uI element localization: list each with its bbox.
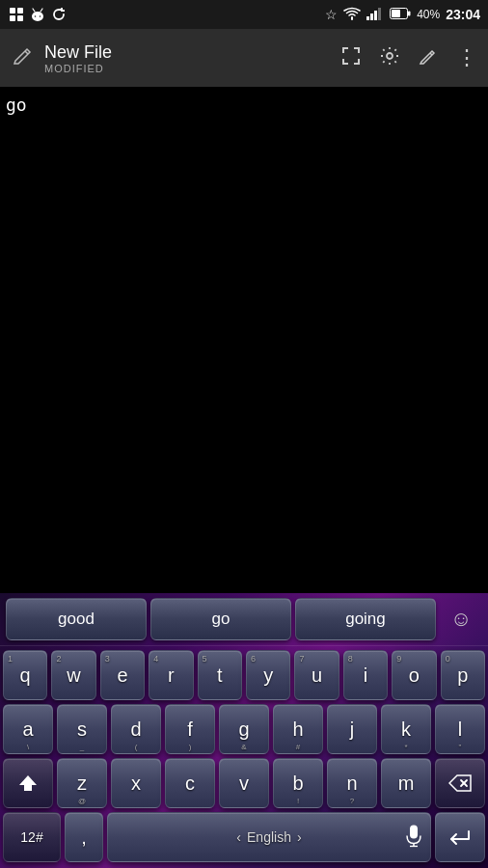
signal-icon: [366, 7, 384, 23]
key-h[interactable]: h#: [273, 704, 323, 754]
mic-icon[interactable]: [405, 825, 422, 851]
editor-area[interactable]: go: [0, 87, 488, 463]
edit-icon: [12, 45, 33, 71]
comma-key[interactable]: ,: [65, 812, 103, 862]
key-m[interactable]: m: [381, 758, 431, 808]
battery-icon: [390, 8, 411, 22]
suggestion-go[interactable]: go: [150, 598, 291, 640]
status-icons-right: ☆ 40%: [325, 7, 480, 23]
key-j[interactable]: j: [327, 704, 377, 754]
key-p[interactable]: 0p: [441, 650, 485, 700]
title-actions: ⋮: [340, 45, 476, 71]
key-x[interactable]: x: [111, 758, 161, 808]
key-c[interactable]: c: [165, 758, 215, 808]
key-row-1: 1q 2w 3e 4r 5t 6y 7u 8i 9o 0p: [3, 650, 485, 700]
suggestion-going[interactable]: going: [295, 598, 436, 640]
svg-point-6: [40, 15, 41, 17]
title-info: New File MODIFIED: [44, 42, 329, 74]
suggestion-good[interactable]: good: [6, 598, 147, 640]
space-arrow-right: ›: [297, 829, 302, 845]
svg-point-17: [387, 53, 393, 59]
key-row-4: 12# , ‹ English ›: [3, 812, 485, 862]
svg-rect-11: [374, 11, 377, 20]
battery-percent: 40%: [417, 8, 440, 21]
key-w[interactable]: 2w: [51, 650, 95, 700]
key-r[interactable]: 4r: [149, 650, 193, 700]
svg-rect-14: [392, 10, 400, 17]
svg-point-4: [32, 12, 43, 21]
wifi-icon: [343, 7, 361, 23]
title-bar: New File MODIFIED ⋮: [0, 29, 488, 87]
svg-rect-9: [366, 16, 369, 20]
language-label: English: [247, 829, 291, 845]
key-y[interactable]: 6y: [246, 650, 290, 700]
key-k[interactable]: k*: [381, 704, 431, 754]
enter-key[interactable]: [435, 812, 485, 862]
key-t[interactable]: 5t: [198, 650, 242, 700]
svg-line-16: [25, 51, 28, 54]
key-rows: 1q 2w 3e 4r 5t 6y 7u 8i 9o 0p a\ s_ d( f…: [0, 646, 488, 868]
modified-label: MODIFIED: [44, 63, 329, 74]
key-i[interactable]: 8i: [343, 650, 388, 700]
svg-rect-2: [10, 15, 15, 21]
star-icon: ☆: [325, 7, 338, 22]
shift-key[interactable]: [3, 758, 53, 808]
keyboard: good go going ☺ 1q 2w 3e 4r 5t 6y 7u 8i …: [0, 593, 488, 868]
key-u[interactable]: 7u: [294, 650, 339, 700]
key-f[interactable]: f): [165, 704, 215, 754]
key-o[interactable]: 9o: [392, 650, 436, 700]
refresh-icon: [50, 6, 68, 23]
space-content: ‹ English ›: [236, 829, 301, 845]
key-row-2: a\ s_ d( f) g& h# j k* l": [3, 704, 485, 754]
key-e[interactable]: 3e: [100, 650, 145, 700]
grid-icon: [8, 6, 25, 23]
svg-line-18: [430, 53, 432, 55]
status-icons-left: [8, 6, 68, 23]
emoji-button[interactable]: ☺: [440, 598, 482, 640]
svg-line-8: [41, 9, 42, 12]
key-s[interactable]: s_: [57, 704, 107, 754]
svg-rect-3: [17, 15, 23, 21]
svg-rect-1: [17, 8, 23, 14]
svg-rect-12: [378, 8, 381, 20]
key-b[interactable]: b!: [273, 758, 323, 808]
editor-content: go: [6, 95, 482, 115]
space-arrow-left: ‹: [236, 829, 241, 845]
space-key[interactable]: ‹ English ›: [107, 812, 431, 862]
file-title: New File: [44, 42, 329, 63]
key-n[interactable]: n?: [327, 758, 377, 808]
suggestions-bar: good go going ☺: [0, 593, 488, 646]
svg-marker-19: [19, 775, 37, 791]
status-bar: ☆ 40%: [0, 0, 488, 29]
fullscreen-icon[interactable]: [340, 45, 362, 71]
key-g[interactable]: g&: [219, 704, 269, 754]
settings-icon[interactable]: [379, 45, 400, 71]
numbers-key[interactable]: 12#: [3, 812, 61, 862]
svg-rect-10: [370, 14, 373, 20]
key-v[interactable]: v: [219, 758, 269, 808]
more-icon[interactable]: ⋮: [456, 45, 476, 70]
svg-rect-0: [10, 8, 15, 14]
key-row-3: z@ x c v b! n? m: [3, 758, 485, 808]
key-a[interactable]: a\: [3, 704, 53, 754]
key-q[interactable]: 1q: [3, 650, 47, 700]
svg-rect-15: [408, 11, 411, 15]
key-d[interactable]: d(: [111, 704, 161, 754]
backspace-key[interactable]: [435, 758, 485, 808]
svg-rect-22: [410, 826, 418, 839]
svg-point-5: [35, 15, 37, 17]
key-z[interactable]: z@: [57, 758, 107, 808]
key-l[interactable]: l": [435, 704, 485, 754]
time-display: 23:04: [446, 7, 480, 22]
android-icon: [29, 6, 46, 23]
rename-icon[interactable]: [418, 45, 439, 71]
svg-line-7: [33, 9, 35, 12]
